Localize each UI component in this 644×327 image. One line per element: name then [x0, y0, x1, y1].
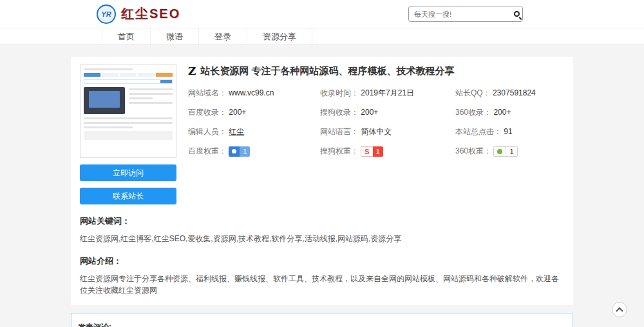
sogou-weight-value: 1 [373, 146, 383, 157]
search-icon [514, 11, 520, 17]
thumb-row [84, 122, 173, 124]
contact-button[interactable]: 联系站长 [80, 188, 176, 204]
nav-item-microblog[interactable]: 微语 [150, 28, 198, 45]
site-info-grid: 网站域名： www.vc99.cn 收录时间： 2019年7月21日 站长QQ：… [188, 88, 564, 157]
brand-name: 红尘SEO [121, 5, 180, 23]
field-language: 网站语言： 简体中文 [320, 126, 455, 137]
field-index-date: 收录时间： 2019年7月21日 [320, 88, 455, 99]
sogou-s-icon: S [361, 146, 372, 157]
site-thumbnail[interactable] [80, 64, 176, 158]
nav-item-login[interactable]: 登录 [198, 28, 247, 45]
thumb-row [84, 126, 133, 128]
360-circle-icon [494, 147, 506, 156]
field-baidu-weight: 百度权重： 1 [188, 146, 320, 157]
site-info-column: Z 站长资源网 专注于各种网站源码、程序模板、技术教程分享 网站域名： www.… [188, 64, 564, 204]
comment-heading: 发表评论: [78, 322, 566, 327]
site-description-section: 网站关键词： 红尘资源网,红尘博客,红尘SEO,爱收集,资源网,技术教程,软件分… [80, 215, 564, 296]
site-favicon: Z [188, 64, 196, 77]
field-domain: 网站域名： www.vc99.cn [188, 88, 320, 99]
site-card: 立即访问 联系站长 Z 站长资源网 专注于各种网站源码、程序模板、技术教程分享 … [71, 57, 573, 305]
nav-item-resources[interactable]: 资源分享 [247, 28, 312, 45]
search-input[interactable] [409, 6, 511, 21]
field-360-weight: 360权重： 1 [455, 146, 564, 157]
field-webmaster-qq: 站长QQ： 2307591824 [455, 88, 564, 99]
search-button[interactable] [511, 6, 522, 21]
search-box [408, 6, 523, 22]
field-editor: 编辑人员： 红尘 [188, 126, 320, 137]
baidu-paw-icon [229, 146, 240, 157]
sogou-weight-badge[interactable]: S 1 [361, 146, 383, 157]
thumb-hero [84, 87, 173, 114]
chevron-up-icon [616, 307, 623, 314]
brand[interactable]: YR 红尘SEO [97, 5, 180, 24]
thumb-search [84, 79, 173, 84]
brand-logo-icon: YR [97, 5, 116, 24]
back-to-top-button[interactable] [612, 302, 627, 317]
intro-text: 红尘资源网专注于分享各种资源、福利线报、赚钱线报、软件工具、技术教程，以及来自全… [80, 273, 564, 296]
field-sogou-index: 搜狗收录： 200+ [320, 107, 455, 118]
intro-heading: 网站介绍： [80, 255, 564, 267]
visit-button[interactable]: 立即访问 [80, 164, 176, 181]
thumb-row [84, 68, 133, 70]
field-total-clicks: 本站总点击： 91 [455, 126, 564, 137]
keywords-heading: 网站关键词： [80, 215, 564, 227]
baidu-weight-badge[interactable]: 1 [229, 146, 250, 157]
thumb-nav [84, 73, 173, 77]
thumb-footer [84, 131, 173, 140]
field-baidu-index: 百度收录： 200+ [188, 107, 320, 118]
baidu-weight-value: 1 [240, 146, 250, 157]
keywords-text: 红尘资源网,红尘博客,红尘SEO,爱收集,资源网,技术教程,软件分享,活动线报,… [80, 233, 564, 244]
comment-form: 发表评论: 昵称 邮件地址 (选填) 个人主页 (选填) [71, 313, 573, 327]
editor-link[interactable]: 红尘 [229, 127, 244, 136]
field-360-index: 360收录： 200+ [455, 107, 564, 118]
field-sogou-weight: 搜狗权重： S 1 [320, 146, 455, 157]
360-weight-badge[interactable]: 1 [493, 146, 517, 157]
thumb-laptop-image [84, 87, 125, 114]
page-title: Z 站长资源网 专注于各种网站源码、程序模板、技术教程分享 [188, 64, 564, 77]
thumb-row [84, 117, 173, 119]
main-content: 立即访问 联系站长 Z 站长资源网 专注于各种网站源码、程序模板、技术教程分享 … [71, 57, 573, 327]
site-preview-column: 立即访问 联系站长 [80, 64, 176, 204]
thumb-hero-lines [129, 87, 173, 114]
header: YR 红尘SEO [0, 0, 644, 28]
nav-item-home[interactable]: 首页 [102, 28, 150, 45]
main-nav: 首页 微语 登录 资源分享 [0, 28, 644, 45]
brand-logo-text: YR [101, 10, 111, 18]
page: YR 红尘SEO 首页 微语 登录 资源分享 [0, 0, 644, 327]
site-title-text: 站长资源网 专注于各种网站源码、程序模板、技术教程分享 [200, 65, 454, 77]
360-weight-value: 1 [506, 147, 516, 156]
